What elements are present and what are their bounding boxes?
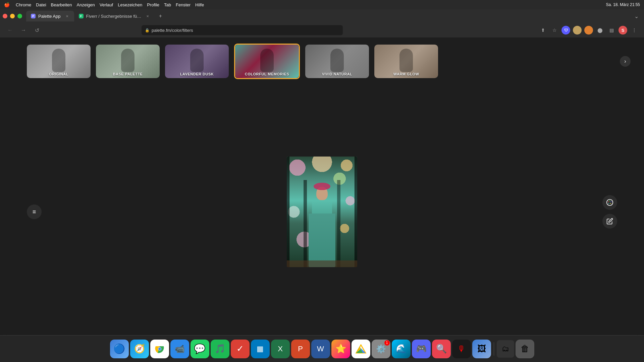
palette-button[interactable]: [602, 195, 617, 210]
dock-word[interactable]: W: [311, 340, 330, 358]
filter-item-vivid-natural[interactable]: VIVID NATURAL: [305, 45, 369, 78]
maximize-window-button[interactable]: [17, 14, 22, 18]
dock-excel[interactable]: X: [271, 340, 290, 358]
filter-item-lavender-dusk[interactable]: LAVENDER DUSK: [165, 45, 229, 78]
traffic-lights: [3, 14, 22, 18]
svg-point-2: [609, 200, 610, 201]
filter-label-warm: WARM GLOW: [374, 72, 438, 76]
bookmark-icon[interactable]: ☆: [550, 26, 559, 35]
filter-label-lavender: LAVENDER DUSK: [165, 72, 229, 76]
tab-fiverr[interactable]: F Fiverr / Suchergebnisse für „b… ✕: [74, 11, 155, 21]
dock-trash[interactable]: 🗑: [516, 340, 534, 358]
forward-button[interactable]: →: [19, 25, 28, 35]
dock-quicklook[interactable]: 🔍: [432, 340, 451, 358]
menu-dots-icon[interactable]: ⋮: [630, 26, 639, 35]
tab-favicon-palette: P: [31, 14, 36, 18]
menubar-datetime: Sa. 18. März 21:55: [606, 2, 640, 7]
dock-safari[interactable]: 🧭: [130, 340, 149, 358]
dock-todoist[interactable]: ✓: [231, 340, 250, 358]
right-sidebar-buttons: [602, 195, 617, 229]
extension-avatar1-icon[interactable]: [573, 26, 582, 35]
dock-desktop[interactable]: 🗂: [497, 340, 514, 358]
menu-verlauf[interactable]: Verlauf: [100, 2, 113, 7]
dock-spotify[interactable]: 🎵: [211, 340, 229, 358]
carousel-next-button[interactable]: ›: [620, 56, 631, 67]
menu-chrome[interactable]: Chrome: [16, 2, 31, 7]
menu-button[interactable]: ≡: [27, 204, 42, 219]
extension-shield-icon[interactable]: 🛡: [561, 26, 570, 35]
hamburger-icon[interactable]: ≡: [27, 204, 42, 219]
menu-fenster[interactable]: Fenster: [176, 2, 191, 7]
extension-avatar2-icon[interactable]: [584, 26, 593, 35]
security-icon: 🔒: [145, 28, 150, 33]
dock-browser2[interactable]: 🌊: [392, 340, 411, 358]
tab-title-fiverr: Fiverr / Suchergebnisse für „b…: [86, 14, 142, 19]
main-image: [287, 157, 357, 267]
menu-hilfe[interactable]: Hilfe: [195, 2, 204, 7]
tab-overflow-button[interactable]: ⌄: [632, 12, 641, 21]
filter-item-base-palette[interactable]: BASE PALETTE: [96, 45, 160, 78]
dock-chrome[interactable]: [150, 340, 169, 358]
dock-trello[interactable]: ▦: [251, 340, 270, 358]
filter-carousel: ORIGINAL BASE PALETTE LAVENDER DUSK: [0, 38, 644, 85]
menu-datei[interactable]: Datei: [36, 2, 46, 7]
dock-discord[interactable]: 🎮: [412, 340, 431, 358]
menu-anzeigen[interactable]: Anzeigen: [77, 2, 95, 7]
dock-powerpoint[interactable]: P: [291, 340, 310, 358]
main-content: ORIGINAL BASE PALETTE LAVENDER DUSK: [0, 38, 644, 339]
back-button[interactable]: ←: [5, 25, 15, 35]
filter-item-colorful-memories[interactable]: COLORFUL MEMORIES: [234, 44, 300, 79]
sidebar-icon[interactable]: ▤: [607, 26, 616, 35]
edit-button[interactable]: [602, 214, 617, 229]
menu-lesezeichen[interactable]: Lesezeichen: [118, 2, 142, 7]
svg-point-3: [610, 201, 611, 202]
dock-separator: [494, 342, 494, 356]
tab-bar: P Palette App ✕ F Fiverr / Suchergebniss…: [0, 9, 644, 23]
filter-item-original[interactable]: ORIGINAL: [27, 45, 91, 78]
svg-point-4: [610, 203, 611, 204]
new-tab-button[interactable]: +: [156, 11, 165, 21]
filter-label-colorful: COLORFUL MEMORIES: [235, 72, 299, 76]
browser-chrome: P Palette App ✕ F Fiverr / Suchergebniss…: [0, 9, 644, 38]
menu-bearbeiten[interactable]: Bearbeiten: [51, 2, 72, 7]
dock-finder[interactable]: 🔵: [110, 340, 129, 358]
share-icon[interactable]: ⬆: [539, 26, 547, 35]
menubar-status-area: Sa. 18. März 21:55: [606, 2, 640, 7]
menubar: 🍎 Chrome Datei Bearbeiten Anzeigen Verla…: [0, 0, 644, 9]
dock-preview[interactable]: 🖼: [472, 340, 491, 358]
main-image-container: [287, 157, 357, 267]
profile-icon[interactable]: S: [619, 26, 627, 35]
dock-googledrive[interactable]: [352, 340, 370, 358]
dock-reeder[interactable]: ⭐: [331, 340, 350, 358]
url-text: palette.fm/color/filters: [152, 28, 193, 33]
extensions-icon[interactable]: ⬤: [596, 26, 604, 35]
svg-point-10: [158, 348, 161, 350]
filter-label-base: BASE PALETTE: [96, 72, 160, 76]
browser-toolbar-icons: ⬆ ☆ 🛡 ⬤ ▤ S ⋮: [539, 26, 639, 35]
tab-close-palette[interactable]: ✕: [65, 14, 69, 18]
tab-title-palette: Palette App: [38, 14, 61, 19]
address-bar: ← → ↺ 🔒 palette.fm/color/filters ⬆ ☆ 🛡 ⬤…: [0, 23, 644, 38]
svg-point-5: [608, 203, 609, 204]
dock-soundboard[interactable]: 🎙: [452, 340, 471, 358]
dock: 🔵 🧭 📹 💬 🎵 ✓ ▦ X P: [0, 335, 644, 362]
tab-palette-app[interactable]: P Palette App ✕: [26, 11, 74, 21]
menu-tab[interactable]: Tab: [164, 2, 171, 7]
svg-point-0: [607, 199, 613, 205]
tab-close-fiverr[interactable]: ✕: [146, 14, 150, 18]
menu-profile[interactable]: Profile: [147, 2, 159, 7]
url-bar[interactable]: 🔒 palette.fm/color/filters: [142, 25, 343, 35]
minimize-window-button[interactable]: [10, 14, 15, 18]
close-window-button[interactable]: [3, 14, 7, 18]
dock-badge-systemprefs: 1: [384, 340, 390, 346]
dock-whatsapp[interactable]: 💬: [191, 340, 209, 358]
apple-menu-icon[interactable]: 🍎: [4, 2, 10, 7]
tab-favicon-fiverr: F: [79, 14, 84, 18]
filter-label-vivid: VIVID NATURAL: [305, 72, 369, 76]
svg-point-1: [608, 201, 609, 202]
filter-label-original: ORIGINAL: [27, 72, 91, 76]
dock-zoom[interactable]: 📹: [170, 340, 189, 358]
dock-systemprefs[interactable]: ⚙️ 1: [372, 340, 390, 358]
reload-button[interactable]: ↺: [32, 25, 42, 35]
filter-item-warm-glow[interactable]: WARM GLOW: [374, 45, 438, 78]
